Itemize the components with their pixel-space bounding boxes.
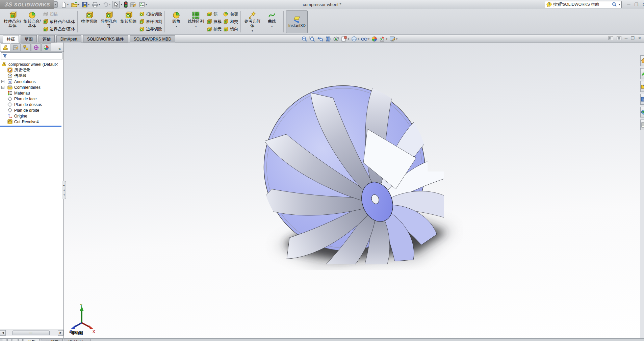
model-tab[interactable]: 模型: [24, 339, 40, 341]
section-view-button[interactable]: [325, 36, 331, 42]
reference-geometry-dropdown[interactable]: ▾: [252, 29, 253, 33]
fillet-dropdown[interactable]: ▾: [176, 24, 177, 29]
linear-pattern-dropdown[interactable]: ▾: [195, 24, 197, 29]
reference-geometry-button[interactable]: 参考几何体 ▾: [242, 10, 262, 34]
annotation-views-button[interactable]: A: [333, 36, 339, 42]
graphics-viewport[interactable]: Y X Z *等轴测: [64, 43, 640, 338]
resources-tab-button[interactable]: [640, 55, 644, 66]
doc-close-button[interactable]: ✕: [638, 36, 641, 41]
undo-button[interactable]: ▾: [102, 1, 111, 8]
tree-filter-box[interactable]: [1, 52, 62, 59]
tab-mbd[interactable]: SOLIDWORKS MBD: [130, 35, 175, 43]
tab-dimxpert[interactable]: DimXpert: [56, 35, 81, 43]
tree-root-part[interactable]: compressor wheel (Défaut<: [0, 61, 63, 67]
instant3d-button[interactable]: Instant3D: [286, 10, 308, 33]
help-button[interactable]: ? ▾: [560, 1, 564, 6]
tab-evaluate[interactable]: 评估: [38, 35, 55, 43]
options-dropdown[interactable]: ▾: [146, 3, 147, 6]
tree-item-sensors[interactable]: 传感器: [0, 73, 63, 79]
tree-item-origin[interactable]: Origine: [0, 113, 63, 119]
tab-sketch[interactable]: 草图: [21, 35, 37, 43]
revolved-boss-button[interactable]: 旋转凸台/基体: [22, 10, 42, 34]
tree-item-top-plane[interactable]: Plan de dessus: [0, 102, 63, 107]
tree-item-material[interactable]: Materiau: [0, 90, 63, 96]
revolved-cut-button[interactable]: 旋转切除: [119, 10, 138, 34]
apply-scene-dropdown[interactable]: ▾: [386, 37, 387, 41]
hide-show-items-button[interactable]: ▾: [361, 36, 369, 42]
rib-button[interactable]: 筋: [206, 11, 222, 18]
doc-minimize-button[interactable]: ─: [625, 36, 628, 41]
extruded-cut-button[interactable]: 拉伸切除: [79, 10, 99, 34]
search-dropdown[interactable]: ▾: [619, 3, 620, 6]
wrap-button[interactable]: 包覆: [223, 11, 238, 18]
select-button[interactable]: [112, 1, 120, 8]
rebuild-button[interactable]: [123, 1, 128, 8]
undo-dropdown[interactable]: ▾: [109, 3, 110, 6]
motion-study-tab[interactable]: 运动算例 1: [64, 339, 91, 341]
options-button[interactable]: ▾: [138, 1, 148, 8]
tab-addins[interactable]: SOLIDWORKS 插件: [83, 35, 128, 43]
edit-appearance-button[interactable]: [371, 36, 377, 42]
swept-boss-button[interactable]: 扫描: [43, 11, 75, 18]
hole-wizard-button[interactable]: 异型孔向导: [99, 10, 119, 34]
file-properties-button[interactable]: [129, 1, 137, 8]
mm-mini-button[interactable]: [7, 339, 12, 341]
mirror-button[interactable]: 镜向: [223, 26, 238, 33]
help-search-box[interactable]: ? 搜索 SOLIDWORKS 帮助 ▾: [545, 1, 622, 8]
3d-views-tab[interactable]: 3D 视图: [41, 339, 63, 341]
expand-toggle[interactable]: +: [1, 80, 4, 83]
doc-restore-button[interactable]: ❐: [631, 36, 635, 41]
boundary-cut-button[interactable]: 边界切除: [139, 26, 162, 33]
zoom-to-fit-button[interactable]: [302, 36, 307, 42]
shell-button[interactable]: 抽壳: [206, 26, 222, 33]
curves-dropdown[interactable]: ▾: [271, 24, 273, 29]
tree-item-right-plane[interactable]: Plan de droite: [0, 107, 63, 113]
open-file-dropdown[interactable]: ▾: [78, 3, 79, 6]
save-button[interactable]: ▾: [81, 1, 90, 8]
mm-mini-button[interactable]: [2, 339, 6, 341]
fillet-button[interactable]: 圆角 ▾: [166, 10, 186, 34]
tree-item-cut-revolve4[interactable]: Cut-Revolve4: [0, 119, 63, 125]
open-file-button[interactable]: ▾: [70, 1, 80, 8]
scroll-right-arrow[interactable]: ▶: [58, 330, 63, 336]
scroll-thumb[interactable]: |||: [12, 331, 50, 335]
rollback-bar[interactable]: [0, 126, 61, 127]
swept-cut-button[interactable]: 扫描切除: [139, 11, 162, 18]
help-dropdown[interactable]: ▾: [562, 2, 564, 5]
tab-features[interactable]: 特征: [3, 35, 19, 43]
close-button[interactable]: ✕: [642, 2, 644, 7]
configurationmanager-tab[interactable]: [21, 43, 31, 51]
lofted-cut-button[interactable]: 放样切割: [139, 18, 162, 25]
minimize-button[interactable]: ─: [627, 2, 630, 7]
tree-item-annotations[interactable]: + A Annotations: [0, 79, 63, 84]
restore-button[interactable]: ❐: [634, 2, 638, 7]
view-palette-tab-button[interactable]: [640, 94, 644, 105]
display-style-button[interactable]: ▾: [351, 36, 359, 42]
view-settings-dropdown[interactable]: ▾: [396, 37, 397, 41]
fm-tabs-overflow-chevron[interactable]: »: [58, 47, 61, 51]
display-style-dropdown[interactable]: ▾: [358, 37, 359, 41]
tree-horizontal-scrollbar[interactable]: ◀ ||| ▶: [0, 330, 63, 336]
displaymanager-tab[interactable]: [41, 43, 51, 51]
extruded-boss-button[interactable]: 拉伸凸台/基体: [3, 10, 22, 34]
draft-button[interactable]: 拔模: [206, 18, 222, 25]
curves-button[interactable]: 曲线 ▾: [262, 10, 282, 34]
print-button[interactable]: ▾: [91, 1, 101, 8]
panel-splitter-handle[interactable]: ◂◂◂: [62, 181, 66, 199]
hide-show-items-dropdown[interactable]: ▾: [368, 37, 369, 41]
custom-properties-tab-button[interactable]: [640, 120, 644, 130]
appearances-scenes-tab-button[interactable]: [640, 107, 644, 117]
mm-mini-button[interactable]: [13, 339, 17, 341]
featuremanager-tree-tab[interactable]: [1, 43, 10, 51]
view-orientation-button[interactable]: ▾: [341, 36, 349, 42]
design-library-tab-button[interactable]: [640, 68, 644, 79]
tree-item-front-plane[interactable]: Plan de face: [0, 96, 63, 102]
propertymanager-tab[interactable]: [11, 43, 21, 51]
view-settings-button[interactable]: ▾: [389, 36, 397, 42]
scroll-left-arrow[interactable]: ◀: [0, 330, 6, 336]
pane-right-toggle[interactable]: [617, 36, 621, 40]
new-file-dropdown[interactable]: ▾: [67, 3, 69, 6]
menu-expand-arrow[interactable]: ▸: [54, 1, 58, 8]
apply-scene-button[interactable]: ▾: [379, 36, 387, 42]
dimxpertmanager-tab[interactable]: [31, 43, 41, 51]
